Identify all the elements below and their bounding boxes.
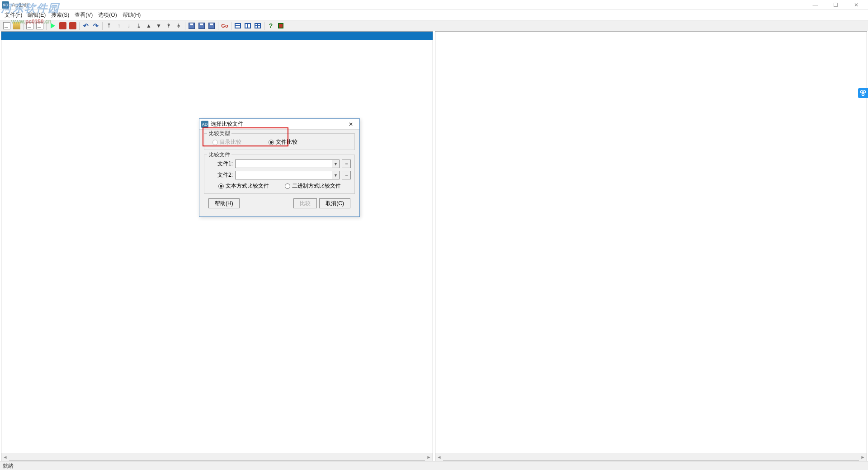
right-pane-body[interactable] <box>435 40 867 453</box>
tb-help-icon[interactable]: ? <box>266 21 276 31</box>
arrow-up2-icon: ▲ <box>146 23 151 29</box>
radio-dir-label: 目录比较 <box>220 138 241 146</box>
radio-text-label: 文本方式比较文件 <box>226 182 269 190</box>
svg-point-0 <box>861 91 863 93</box>
arrow-down2-icon: ▼ <box>156 23 161 29</box>
tb-redo-icon[interactable]: ↷ <box>91 21 101 31</box>
stop-icon <box>278 23 283 28</box>
select-compare-dialog: AD 选择比较文件 ✕ 比较类型 目录比较 文件比较 比较文件 文件1: <box>199 118 360 217</box>
arrow-down-icon: ↓ <box>127 23 130 29</box>
tb-save1-icon[interactable] <box>187 21 197 31</box>
menu-search[interactable]: 搜索(S) <box>48 10 72 20</box>
radio-file-label: 文件比较 <box>276 138 297 146</box>
right-pane-header[interactable] <box>435 32 867 40</box>
menu-file[interactable]: 文件(F) <box>2 10 25 20</box>
minimize-button[interactable]: — <box>805 0 826 10</box>
tb-up-arrow-icon[interactable]: ▲ <box>144 21 154 31</box>
radio-icon <box>218 183 224 189</box>
separator <box>102 22 103 30</box>
left-pane-header[interactable] <box>1 32 433 40</box>
svg-point-1 <box>863 91 866 93</box>
radio-binary-mode[interactable]: 二进制方式比较文件 <box>285 182 341 190</box>
tb-undo-icon[interactable]: ↶ <box>81 21 91 31</box>
right-pane: ◄ ► <box>435 31 867 461</box>
folder-icon <box>13 22 20 29</box>
tb-find-icon[interactable]: Go <box>220 21 230 31</box>
save-icon <box>198 23 205 29</box>
help-button[interactable]: 帮助(H) <box>208 198 240 208</box>
compare-type-legend: 比较类型 <box>207 130 231 137</box>
menu-help[interactable]: 帮助(H) <box>120 10 144 20</box>
compare-files-group: 比较文件 文件1: ▼ ··· 文件2: ▼ ··· <box>204 155 355 194</box>
file2-browse-button[interactable]: ··· <box>342 171 351 179</box>
file2-dropdown-icon[interactable]: ▼ <box>332 171 339 179</box>
tb-save2-icon[interactable] <box>197 21 207 31</box>
window-title: AptDiff <box>12 2 28 8</box>
right-scrollbar[interactable]: ◄ ► <box>435 453 867 461</box>
cancel-button[interactable]: 取消(C) <box>319 198 350 208</box>
tb-first-diff-icon[interactable]: ⤒ <box>104 21 114 31</box>
maximize-button[interactable]: ☐ <box>826 0 846 10</box>
radio-file-compare[interactable]: 文件比较 <box>269 138 297 146</box>
tb-stop-icon[interactable] <box>276 21 286 31</box>
compare-type-group: 比较类型 目录比较 文件比较 <box>204 133 355 150</box>
file-icon <box>3 22 10 29</box>
compare-button[interactable]: 比较 <box>293 198 317 208</box>
compare-files-legend: 比较文件 <box>207 151 231 159</box>
tb-red2-icon[interactable] <box>68 21 78 31</box>
tb-play-icon[interactable] <box>48 21 58 31</box>
file2-input[interactable] <box>236 171 332 179</box>
file1-input[interactable] <box>236 160 332 168</box>
tb-split-q-icon[interactable] <box>253 21 263 31</box>
tb-red1-icon[interactable] <box>58 21 68 31</box>
separator <box>79 22 80 30</box>
radio-icon <box>285 183 290 189</box>
arrow-first-icon: ⤒ <box>107 23 111 29</box>
file1-dropdown-icon[interactable]: ▼ <box>332 160 339 168</box>
separator <box>231 22 231 30</box>
tb-down2-icon[interactable]: ↡ <box>174 21 184 31</box>
arrow-down3-icon: ↡ <box>176 23 181 29</box>
help-icon: ? <box>269 22 273 29</box>
file2-label: 文件2: <box>208 171 233 179</box>
file1-browse-button[interactable]: ··· <box>342 160 351 168</box>
radio-text-mode[interactable]: 文本方式比较文件 <box>218 182 269 190</box>
split-quad-icon <box>255 23 261 28</box>
close-button[interactable]: ✕ <box>846 0 866 10</box>
redo-icon: ↷ <box>93 22 99 29</box>
dialog-titlebar[interactable]: AD 选择比较文件 ✕ <box>199 119 359 130</box>
tb-open-icon[interactable] <box>12 21 22 31</box>
arrow-up3-icon: ↟ <box>166 23 171 29</box>
menu-view[interactable]: 查看(V) <box>72 10 95 20</box>
scroll-left-icon[interactable]: ◄ <box>1 453 9 461</box>
tb-last-diff-icon[interactable]: ⤓ <box>134 21 144 31</box>
tb-down-arrow-icon[interactable]: ▼ <box>154 21 164 31</box>
dialog-close-button[interactable]: ✕ <box>344 119 358 129</box>
compare-panes: ◄ ► ◄ ► <box>0 31 868 461</box>
tb-up2-icon[interactable]: ↟ <box>164 21 174 31</box>
scroll-right-icon[interactable]: ► <box>425 453 433 461</box>
separator <box>23 22 24 30</box>
scroll-right-icon[interactable]: ► <box>859 453 867 461</box>
menu-edit[interactable]: 编辑(E) <box>25 10 48 20</box>
tb-save3-icon[interactable] <box>207 21 217 31</box>
status-bar: 就绪 <box>0 461 868 470</box>
left-pane-body[interactable] <box>1 40 433 453</box>
tb-split-v-icon[interactable] <box>243 21 253 31</box>
tb-split-h-icon[interactable] <box>233 21 243 31</box>
menu-bar: 文件(F) 编辑(E) 搜索(S) 查看(V) 选项(O) 帮助(H) <box>0 10 868 20</box>
tb-prev-diff-icon[interactable]: ↑ <box>114 21 124 31</box>
file2-combo[interactable]: ▼ <box>235 171 340 179</box>
separator <box>46 22 47 30</box>
radio-dir-compare[interactable]: 目录比较 <box>212 138 241 146</box>
tb-doc2-icon[interactable] <box>35 21 45 31</box>
left-scrollbar[interactable]: ◄ ► <box>1 453 433 461</box>
doc-icon <box>36 22 43 29</box>
tb-new-icon[interactable] <box>2 21 12 31</box>
side-badge-icon[interactable] <box>858 88 868 98</box>
menu-options[interactable]: 选项(O) <box>95 10 119 20</box>
scroll-left-icon[interactable]: ◄ <box>435 453 443 461</box>
tb-doc1-icon[interactable] <box>25 21 35 31</box>
tb-next-diff-icon[interactable]: ↓ <box>124 21 134 31</box>
file1-combo[interactable]: ▼ <box>235 160 340 168</box>
